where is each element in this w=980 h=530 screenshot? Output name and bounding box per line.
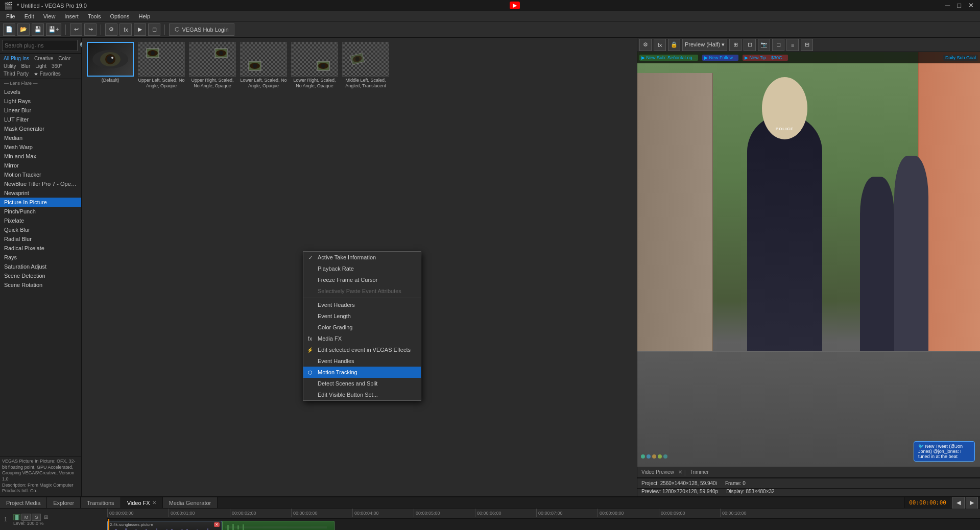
tab-favorites[interactable]: ★ Favorites [32,70,63,77]
effect-lower-left[interactable]: Lower Left, Scaled, No Angle, Opaque [239,42,288,492]
video-fx-close[interactable]: ✕ [152,500,156,505]
menu-options[interactable]: Options [106,12,134,20]
ctx-event-length[interactable]: Event Length [303,310,421,322]
menu-help[interactable]: Help [134,12,154,20]
plugin-newblue[interactable]: NewBlue Titler Pro 7 - OpenFX [0,179,81,188]
timeline-tracks[interactable]: 00:00:00;00 00:00:01;00 00:00:02;00 00:0… [107,509,980,530]
effect-upper-right[interactable]: Upper Right, Scaled, No Angle, Opaque [188,42,237,492]
preview-extra2[interactable]: ⊟ [801,39,813,51]
track1-mute-btn[interactable]: M [21,514,31,521]
tab-utility[interactable]: Utility [2,63,18,69]
maximize-btn[interactable]: □ [955,2,963,9]
ctx-event-handles[interactable]: Event Handles [303,355,421,367]
menu-view[interactable]: View [39,12,60,20]
plugin-radial-blur[interactable]: Radial Blur [0,234,81,244]
tab-explorer[interactable]: Explorer [47,497,81,508]
tab-all[interactable]: All Plug-ins [2,55,31,62]
timeline-scroll-left[interactable]: ◀ [952,497,965,509]
plugin-scene-detection[interactable]: Scene Detection [0,271,81,280]
fx-btn[interactable]: fx [119,23,132,36]
menu-tools[interactable]: Tools [84,12,105,20]
plugin-pinch-punch[interactable]: Pinch/Punch [0,207,81,216]
plugin-linear-blur[interactable]: Linear Blur [0,106,81,115]
menu-file[interactable]: File [2,12,19,20]
ctx-detect-scenes[interactable]: Detect Scenes and Split [303,378,421,389]
preview-display-btn[interactable]: ◻ [772,39,784,51]
plugin-pip[interactable]: Picture In Picture [0,198,81,207]
new-btn[interactable]: 📄 [3,23,15,36]
preview-close-btn[interactable]: ✕ [678,469,682,475]
ctx-edit-effects[interactable]: ⚡ Edit selected event in VEGAS Effects [303,344,421,355]
plugin-motion-tracker[interactable]: Motion Tracker [0,170,81,179]
tab-video-fx[interactable]: Video FX ✕ [121,497,163,508]
track1-solo-btn[interactable]: S [32,514,41,521]
tab-creative[interactable]: Creative [32,55,55,62]
ctx-playback-rate[interactable]: Playback Rate [303,263,421,274]
undo-btn[interactable]: ↩ [70,23,82,36]
plugin-light-rays[interactable]: Light Rays [0,97,81,106]
tab-color[interactable]: Color [56,55,73,62]
preview-snap-btn[interactable]: ⊡ [744,39,756,51]
preview-mode-dropdown[interactable]: Preview (Half) ▾ [682,39,727,51]
plugin-saturation[interactable]: Saturation Adjust [0,262,81,271]
tab-blur[interactable]: Blur [19,63,32,69]
video-preview-tab[interactable]: Video Preview [639,469,676,475]
open-btn[interactable]: 📂 [17,23,30,36]
preview-extra1[interactable]: ≡ [786,39,799,51]
tab-transitions[interactable]: Transitions [81,497,121,508]
track1-color[interactable]: █ [13,514,20,520]
preview-mode-btn[interactable]: ◻ [148,23,160,36]
hub-login-btn[interactable]: ⬡ VEGAS Hub Login [169,23,234,36]
youtube-btn[interactable]: ▶ [510,2,520,9]
preview-grid-btn[interactable]: ⊞ [729,39,742,51]
ctx-event-headers[interactable]: Event Headers [303,299,421,310]
save-as-btn[interactable]: 💾+ [46,23,61,36]
preview-lock-btn[interactable]: 🔒 [668,39,680,51]
plugin-min-max[interactable]: Min and Max [0,152,81,161]
plugin-mask-generator[interactable]: Mask Generator [0,124,81,133]
preview-settings-btn[interactable]: ⚙ [639,39,652,51]
plugin-levels[interactable]: Levels [0,87,81,97]
settings-btn[interactable]: ⚙ [105,23,117,36]
minimize-btn[interactable]: ─ [943,2,952,9]
plugin-scene-rotation[interactable]: Scene Rotation [0,280,81,290]
timeline-scroll-right[interactable]: ▶ [966,497,978,509]
track1-expand[interactable]: ⊞ [44,514,48,520]
plugin-pixelate[interactable]: Pixelate [0,216,81,225]
preview-fx-btn[interactable]: fx [654,39,666,51]
tab-project-media[interactable]: Project Media [0,497,47,508]
tab-third-party[interactable]: Third Party [2,70,31,77]
ctx-media-fx[interactable]: fx Media FX [303,333,421,344]
tab-light[interactable]: Light [33,63,49,69]
menu-insert[interactable]: Insert [60,12,83,20]
plugin-quick-blur[interactable]: Quick Blur [0,225,81,234]
plugin-lut-filter[interactable]: LUT Filter [0,115,81,124]
plugin-radical-pixelate[interactable]: Radical Pixelate [0,244,81,253]
menu-edit[interactable]: Edit [20,12,38,20]
ctx-active-take[interactable]: Active Take Information [303,252,421,263]
effect-upper-left[interactable]: Upper Left, Scaled, No Angle, Opaque [137,42,186,492]
redo-btn[interactable]: ↪ [84,23,97,36]
clip-green[interactable] [222,521,334,530]
effect-default[interactable]: (Default) [86,42,135,492]
ctx-edit-button-set[interactable]: Edit Visible Button Set... [303,389,421,400]
plugin-newsprint[interactable]: Newsprint [0,188,81,198]
track1-row[interactable]: 2-4k-sunglasses-picture [107,519,980,530]
plugin-item[interactable]: — Lens Flare — [0,79,81,87]
tab-360[interactable]: 360° [50,63,64,69]
ctx-motion-tracking[interactable]: ⬡ Motion Tracking [303,367,421,378]
plugin-mesh-warp[interactable]: Mesh Warp [0,142,81,152]
ctx-color-grading[interactable]: Color Grading [303,322,421,333]
clip-sunglasses[interactable]: 2-4k-sunglasses-picture [107,521,222,530]
render-btn[interactable]: ▶ [134,23,146,36]
trimmer-tab[interactable]: Trimmer [688,469,711,475]
preview-shot-btn[interactable]: 📷 [758,39,770,51]
ctx-freeze-frame[interactable]: Freeze Frame at Cursor [303,274,421,285]
plugin-mirror[interactable]: Mirror [0,161,81,170]
tab-media-generator[interactable]: Media Generator [163,497,218,508]
plugin-median[interactable]: Median [0,133,81,142]
search-input[interactable] [2,40,78,51]
plugin-rays[interactable]: Rays [0,253,81,262]
close-btn[interactable]: ✕ [966,2,976,9]
save-btn[interactable]: 💾 [32,23,44,36]
